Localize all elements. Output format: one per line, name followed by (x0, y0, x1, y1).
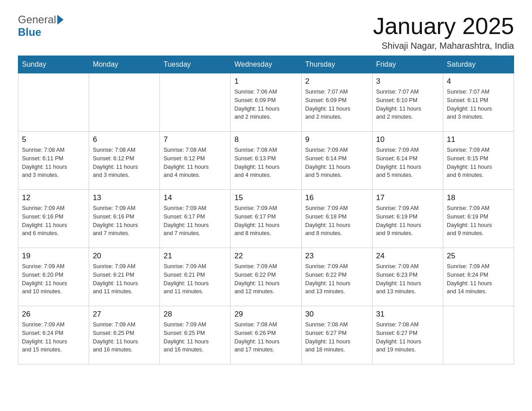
day-info: Sunrise: 7:06 AM Sunset: 6:09 PM Dayligh… (234, 88, 297, 121)
calendar-cell: 10Sunrise: 7:09 AM Sunset: 6:14 PM Dayli… (372, 132, 443, 190)
day-info: Sunrise: 7:08 AM Sunset: 6:11 PM Dayligh… (22, 146, 85, 180)
column-header-tuesday: Tuesday (160, 56, 231, 73)
calendar-cell: 27Sunrise: 7:09 AM Sunset: 6:25 PM Dayli… (89, 306, 160, 364)
calendar-cell: 4Sunrise: 7:07 AM Sunset: 6:11 PM Daylig… (443, 73, 514, 132)
calendar-cell: 8Sunrise: 7:08 AM Sunset: 6:13 PM Daylig… (231, 132, 301, 190)
day-number: 31 (376, 310, 439, 319)
day-number: 25 (447, 252, 510, 261)
calendar-week-row: 19Sunrise: 7:09 AM Sunset: 6:20 PM Dayli… (18, 248, 514, 306)
calendar-cell: 2Sunrise: 7:07 AM Sunset: 6:09 PM Daylig… (301, 73, 372, 132)
day-info: Sunrise: 7:07 AM Sunset: 6:10 PM Dayligh… (376, 88, 439, 121)
calendar-cell: 1Sunrise: 7:06 AM Sunset: 6:09 PM Daylig… (231, 73, 301, 132)
day-info: Sunrise: 7:08 AM Sunset: 6:12 PM Dayligh… (93, 146, 156, 180)
day-number: 28 (163, 310, 227, 319)
calendar-cell: 5Sunrise: 7:08 AM Sunset: 6:11 PM Daylig… (18, 132, 89, 190)
calendar-cell: 15Sunrise: 7:09 AM Sunset: 6:17 PM Dayli… (231, 190, 301, 248)
day-number: 27 (93, 310, 156, 319)
calendar-cell (160, 73, 231, 132)
day-number: 10 (376, 135, 439, 144)
title-area: January 2025 Shivaji Nagar, Maharashtra,… (373, 13, 514, 51)
day-info: Sunrise: 7:09 AM Sunset: 6:21 PM Dayligh… (163, 262, 227, 296)
day-number: 24 (376, 252, 439, 261)
calendar-cell: 30Sunrise: 7:08 AM Sunset: 6:27 PM Dayli… (301, 306, 372, 364)
day-info: Sunrise: 7:09 AM Sunset: 6:17 PM Dayligh… (234, 204, 297, 238)
day-number: 29 (234, 310, 297, 319)
day-info: Sunrise: 7:09 AM Sunset: 6:14 PM Dayligh… (376, 146, 439, 180)
day-info: Sunrise: 7:09 AM Sunset: 6:20 PM Dayligh… (22, 262, 85, 296)
calendar-cell: 28Sunrise: 7:09 AM Sunset: 6:25 PM Dayli… (160, 306, 231, 364)
calendar-cell: 31Sunrise: 7:08 AM Sunset: 6:27 PM Dayli… (372, 306, 443, 364)
calendar-cell: 13Sunrise: 7:09 AM Sunset: 6:16 PM Dayli… (89, 190, 160, 248)
day-info: Sunrise: 7:09 AM Sunset: 6:25 PM Dayligh… (93, 321, 156, 354)
logo-triangle-icon (57, 15, 64, 25)
day-number: 13 (93, 193, 156, 202)
location-text: Shivaji Nagar, Maharashtra, India (373, 41, 514, 51)
logo: General Blue (18, 13, 64, 39)
calendar-cell: 12Sunrise: 7:09 AM Sunset: 6:16 PM Dayli… (18, 190, 89, 248)
day-number: 12 (22, 193, 85, 202)
calendar-cell: 29Sunrise: 7:08 AM Sunset: 6:26 PM Dayli… (231, 306, 301, 364)
day-info: Sunrise: 7:09 AM Sunset: 6:22 PM Dayligh… (234, 262, 297, 296)
day-info: Sunrise: 7:09 AM Sunset: 6:17 PM Dayligh… (163, 204, 227, 238)
day-info: Sunrise: 7:08 AM Sunset: 6:26 PM Dayligh… (234, 321, 297, 354)
day-number: 15 (234, 193, 297, 202)
day-number: 11 (447, 135, 510, 144)
calendar-cell: 9Sunrise: 7:09 AM Sunset: 6:14 PM Daylig… (301, 132, 372, 190)
calendar-cell: 23Sunrise: 7:09 AM Sunset: 6:22 PM Dayli… (301, 248, 372, 306)
column-header-saturday: Saturday (443, 56, 514, 73)
day-info: Sunrise: 7:09 AM Sunset: 6:14 PM Dayligh… (305, 146, 369, 180)
day-number: 30 (305, 310, 369, 319)
calendar-header-row: SundayMondayTuesdayWednesdayThursdayFrid… (18, 56, 514, 73)
day-info: Sunrise: 7:07 AM Sunset: 6:09 PM Dayligh… (305, 88, 369, 121)
day-info: Sunrise: 7:09 AM Sunset: 6:23 PM Dayligh… (376, 262, 439, 296)
calendar-cell: 7Sunrise: 7:08 AM Sunset: 6:12 PM Daylig… (160, 132, 231, 190)
calendar-cell: 21Sunrise: 7:09 AM Sunset: 6:21 PM Dayli… (160, 248, 231, 306)
column-header-friday: Friday (372, 56, 443, 73)
day-info: Sunrise: 7:09 AM Sunset: 6:22 PM Dayligh… (305, 262, 369, 296)
day-number: 16 (305, 193, 369, 202)
day-number: 9 (305, 135, 369, 144)
day-number: 8 (234, 135, 297, 144)
calendar-cell (443, 306, 514, 364)
calendar-cell: 14Sunrise: 7:09 AM Sunset: 6:17 PM Dayli… (160, 190, 231, 248)
column-header-thursday: Thursday (301, 56, 372, 73)
calendar-cell: 16Sunrise: 7:09 AM Sunset: 6:18 PM Dayli… (301, 190, 372, 248)
day-number: 7 (163, 135, 227, 144)
calendar-week-row: 26Sunrise: 7:09 AM Sunset: 6:24 PM Dayli… (18, 306, 514, 364)
day-info: Sunrise: 7:08 AM Sunset: 6:13 PM Dayligh… (234, 146, 297, 180)
logo-general-text: General (18, 13, 56, 26)
calendar-cell: 11Sunrise: 7:09 AM Sunset: 6:15 PM Dayli… (443, 132, 514, 190)
day-number: 26 (22, 310, 85, 319)
day-number: 20 (93, 252, 156, 261)
column-header-wednesday: Wednesday (231, 56, 301, 73)
day-info: Sunrise: 7:09 AM Sunset: 6:21 PM Dayligh… (93, 262, 156, 296)
day-number: 5 (22, 135, 85, 144)
day-number: 21 (163, 252, 227, 261)
calendar-week-row: 5Sunrise: 7:08 AM Sunset: 6:11 PM Daylig… (18, 132, 514, 190)
day-number: 23 (305, 252, 369, 261)
calendar-cell: 22Sunrise: 7:09 AM Sunset: 6:22 PM Dayli… (231, 248, 301, 306)
day-number: 4 (447, 77, 510, 86)
day-info: Sunrise: 7:09 AM Sunset: 6:25 PM Dayligh… (163, 321, 227, 354)
day-number: 2 (305, 77, 369, 86)
day-number: 22 (234, 252, 297, 261)
day-number: 1 (234, 77, 297, 86)
day-info: Sunrise: 7:07 AM Sunset: 6:11 PM Dayligh… (447, 88, 510, 121)
day-number: 6 (93, 135, 156, 144)
day-info: Sunrise: 7:09 AM Sunset: 6:19 PM Dayligh… (376, 204, 439, 238)
calendar-cell (89, 73, 160, 132)
calendar-cell: 17Sunrise: 7:09 AM Sunset: 6:19 PM Dayli… (372, 190, 443, 248)
calendar-week-row: 12Sunrise: 7:09 AM Sunset: 6:16 PM Dayli… (18, 190, 514, 248)
calendar-cell: 18Sunrise: 7:09 AM Sunset: 6:19 PM Dayli… (443, 190, 514, 248)
day-info: Sunrise: 7:09 AM Sunset: 6:16 PM Dayligh… (22, 204, 85, 238)
day-info: Sunrise: 7:09 AM Sunset: 6:24 PM Dayligh… (22, 321, 85, 354)
column-header-monday: Monday (89, 56, 160, 73)
day-info: Sunrise: 7:08 AM Sunset: 6:27 PM Dayligh… (376, 321, 439, 354)
column-header-sunday: Sunday (18, 56, 89, 73)
page-header: General Blue January 2025 Shivaji Nagar,… (18, 13, 514, 51)
calendar-cell (18, 73, 89, 132)
day-info: Sunrise: 7:08 AM Sunset: 6:12 PM Dayligh… (163, 146, 227, 180)
day-info: Sunrise: 7:08 AM Sunset: 6:27 PM Dayligh… (305, 321, 369, 354)
calendar-cell: 26Sunrise: 7:09 AM Sunset: 6:24 PM Dayli… (18, 306, 89, 364)
calendar-cell: 3Sunrise: 7:07 AM Sunset: 6:10 PM Daylig… (372, 73, 443, 132)
